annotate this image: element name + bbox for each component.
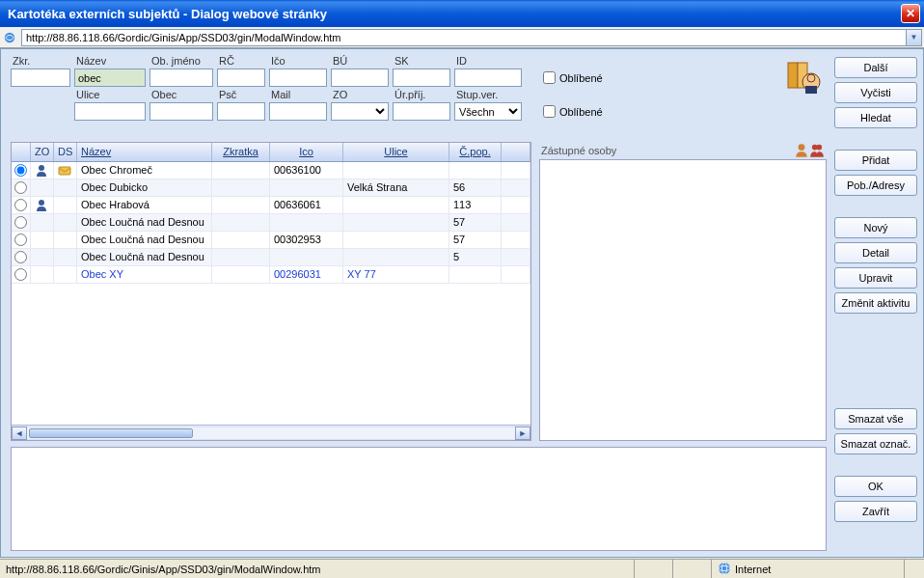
input-ico[interactable] <box>269 69 327 87</box>
results-grid: ZO DS Název Zkratka Ico Ulice Č.pop. Obe… <box>11 142 531 441</box>
row-zkratka <box>212 214 270 231</box>
table-row[interactable]: Obec Loučná nad Desnou0030295357 <box>12 232 530 249</box>
status-resize <box>905 560 924 578</box>
svg-point-0 <box>5 32 15 42</box>
row-radio[interactable] <box>12 179 31 196</box>
scroll-left-button[interactable]: ◄ <box>12 427 27 440</box>
row-cpop: 56 <box>449 179 502 196</box>
row-last <box>502 214 530 231</box>
pridat-button[interactable]: Přidat <box>834 150 917 171</box>
input-id[interactable] <box>454 69 522 87</box>
row-zkratka <box>212 266 270 283</box>
upravit-button[interactable]: Upravit <box>834 267 917 289</box>
row-radio[interactable] <box>12 214 31 231</box>
ok-button[interactable]: OK <box>834 476 917 497</box>
select-zo[interactable] <box>331 102 389 121</box>
person-icon <box>35 203 48 213</box>
table-row[interactable]: Obec XY00296031XY 77 <box>12 266 530 284</box>
label-urpri: Úr.příj. <box>393 89 450 102</box>
person-single-icon[interactable] <box>794 143 809 158</box>
chevron-down-icon: ▼ <box>910 33 918 41</box>
row-nazev: Obec Chromeč <box>77 162 212 179</box>
checkbox-oblibene-2[interactable] <box>543 105 556 118</box>
zavrit-button[interactable]: Zavřít <box>834 501 917 522</box>
input-objmeno[interactable] <box>149 69 213 87</box>
zmenitakt-button[interactable]: Změnit aktivitu <box>834 292 917 314</box>
ie-page-icon <box>2 30 17 45</box>
col-zkratka[interactable]: Zkratka <box>212 143 270 161</box>
input-sk[interactable] <box>393 69 450 87</box>
table-row[interactable]: Obec Chromeč00636100 <box>12 162 530 179</box>
vycisti-button[interactable]: Vyčisti <box>834 82 917 103</box>
close-button[interactable]: ✕ <box>901 4 920 23</box>
close-icon: ✕ <box>906 7 915 20</box>
address-dropdown[interactable]: ▼ <box>907 29 922 46</box>
select-stupver[interactable]: Všechn <box>454 102 522 121</box>
input-ulice[interactable] <box>74 102 146 121</box>
person-icon <box>35 168 48 179</box>
status-zone: Internet <box>712 560 905 578</box>
row-cpop <box>449 162 502 179</box>
row-last <box>502 197 530 213</box>
row-ds-icon <box>54 179 77 196</box>
novy-button[interactable]: Nový <box>834 217 917 238</box>
statusbar: http://88.86.118.66/Gordic/Ginis/App/SSD… <box>0 559 924 578</box>
label-bu: BÚ <box>331 55 389 69</box>
input-mail[interactable] <box>269 102 327 121</box>
table-row[interactable]: Obec Loučná nad Desnou5 <box>12 249 530 266</box>
catalog-icon <box>784 59 823 97</box>
label-oblibene-2: Oblíbené <box>559 106 603 118</box>
input-zkr[interactable] <box>11 69 70 87</box>
label-zkr: Zkr. <box>11 55 70 69</box>
input-bu[interactable] <box>331 69 389 87</box>
row-nazev: Obec Dubicko <box>77 179 212 196</box>
svg-rect-5 <box>805 86 817 94</box>
row-nazev: Obec Hrabová <box>77 197 212 213</box>
row-last <box>502 162 530 179</box>
table-row[interactable]: Obec Hrabová00636061113 <box>12 197 530 214</box>
col-ico[interactable]: Ico <box>270 143 343 161</box>
row-zo-icon <box>31 266 54 283</box>
table-row[interactable]: Obec Loučná nad Desnou57 <box>12 214 530 232</box>
right-panel: Zástupné osoby <box>539 142 827 441</box>
input-urpri[interactable] <box>393 102 450 121</box>
col-cpop[interactable]: Č.pop. <box>449 143 502 161</box>
dalsi-button[interactable]: Další <box>834 57 917 78</box>
row-radio[interactable] <box>12 197 31 213</box>
col-nazev[interactable]: Název <box>77 143 212 161</box>
scroll-right-button[interactable]: ► <box>515 427 530 440</box>
col-ulice[interactable]: Ulice <box>343 143 449 161</box>
svg-point-8 <box>39 200 44 206</box>
detail-button[interactable]: Detail <box>834 242 917 263</box>
row-zkratka <box>212 197 270 213</box>
input-obec[interactable] <box>149 102 213 121</box>
scroll-thumb[interactable] <box>29 428 193 438</box>
person-group-icon[interactable] <box>809 143 825 158</box>
status-url: http://88.86.118.66/Gordic/Ginis/App/SSD… <box>0 560 635 578</box>
scroll-track[interactable] <box>27 427 515 440</box>
row-ulice <box>343 249 449 265</box>
col-zo[interactable]: ZO <box>31 143 54 161</box>
row-radio[interactable] <box>12 162 31 179</box>
table-row[interactable]: Obec DubickoVelká Strana56 <box>12 179 530 197</box>
row-ico: 00636100 <box>270 162 343 179</box>
checkbox-oblibene-1[interactable] <box>543 71 556 84</box>
row-zkratka <box>212 232 270 248</box>
row-last <box>502 266 530 283</box>
col-ds[interactable]: DS <box>54 143 77 161</box>
row-radio[interactable] <box>12 266 31 283</box>
row-radio[interactable] <box>12 232 31 248</box>
smazatoznac-button[interactable]: Smazat označ. <box>834 433 917 454</box>
input-psc[interactable] <box>217 102 265 121</box>
row-radio[interactable] <box>12 249 31 265</box>
input-nazev[interactable] <box>74 69 146 87</box>
hledat-button[interactable]: Hledat <box>834 107 917 128</box>
address-input[interactable] <box>21 29 907 46</box>
grid-body: Obec Chromeč00636100Obec DubickoVelká St… <box>12 162 530 425</box>
address-bar: ▼ <box>0 27 924 48</box>
input-rc[interactable] <box>217 69 265 87</box>
pobadresy-button[interactable]: Pob./Adresy <box>834 175 917 196</box>
grid-scrollbar[interactable]: ◄ ► <box>12 425 530 440</box>
row-zo-icon <box>31 249 54 265</box>
smazatvse-button[interactable]: Smazat vše <box>834 408 917 429</box>
